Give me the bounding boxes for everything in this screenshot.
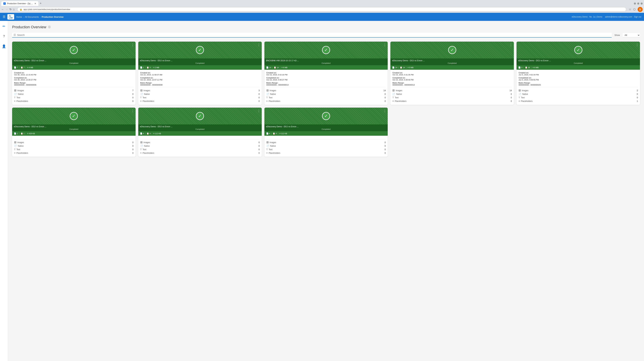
card-stat-docs: 📄 3 [518,66,522,69]
card-check-icon: ✓ [448,46,456,54]
nav-back-button[interactable]: ← [1,8,4,11]
images-icon: 🖼 [14,141,16,144]
placeholders-label: Placeholders [142,100,154,102]
search-container: ☰ [12,33,612,38]
pages-icon: 📋 [20,66,23,69]
card-row-images: 🖼 Images 14 [266,89,386,92]
production-card[interactable]: ✓ ⋮ BNCKBNK-HW 2019-10-15 17-42-... Comp… [264,42,388,105]
show-select[interactable]: All Completed In Progress [622,33,640,38]
card-row-images: 🖼 Images 0 [140,140,260,144]
card-name: eDiscovery Demo - DOJ vs Enron ... [392,60,512,62]
text-icon: T [14,96,16,99]
docs-icon: 📄 [266,66,268,69]
card-name: eDiscovery Demo - DOJ vs Enron ... [266,126,386,128]
card-menu-button[interactable]: ⋮ [131,43,134,47]
images-count: 7 [132,90,134,92]
maximize-button[interactable] [637,2,639,4]
card-row-text: T Text 0 [14,148,134,151]
stat-size-value: 428 KB [29,132,35,134]
card-status: Completed [14,62,134,64]
text-count: 0 [637,96,638,99]
card-bates: Bates Range: 0000000000 - 0000000008 [140,82,260,86]
card-stat-pages: 📋 14 [274,66,279,69]
stat-docs-value: 7 [17,66,18,68]
completed-value: Oct 22, 2019, 12:07:11 PM [140,79,260,81]
production-card[interactable]: ✓ ⋮ eDiscovery Demo - DOJ vs Enron ... C… [12,108,136,157]
extensions-icon[interactable]: ⬡ [633,8,636,11]
text-count: 0 [258,96,260,99]
completed-value: Jun 5, 2019, 4:59:55 PM [518,79,638,81]
card-header: ✓ ⋮ [138,42,262,58]
bates-value: 0000000000 - 0000000008 [140,84,260,86]
production-card[interactable]: ✓ ⋮ eDiscovery Demo - DOJ vs Enron ... C… [390,42,514,105]
card-menu-button[interactable]: ⋮ [257,43,260,47]
card-check-icon: ✓ [322,112,330,120]
card-menu-button[interactable]: ⋮ [383,43,386,47]
bookmark-icon[interactable]: ☆ [629,8,631,11]
stat-pages-value: 14 [403,66,405,68]
sidebar-help-icon[interactable]: ? [2,33,6,40]
card-row-placeholders: ≡ Placeholders 0 [266,99,386,103]
card-header: ✓ ⋮ [390,42,514,58]
bates-label: Bates Range: [518,82,638,84]
card-status: Completed [266,62,386,64]
production-card[interactable]: ✓ ⋮ eDiscovery Demo - DOJ vs Enron ... C… [138,108,262,157]
bates-label: Bates Range: [140,82,260,84]
card-row-images: 🖼 Images 3 [140,89,260,92]
native-icon: 📄 [518,93,521,95]
user-avatar[interactable]: D [638,7,643,12]
nav-home-button[interactable]: ⌂ [13,8,15,11]
placeholders-icon: ≡ [266,100,268,102]
card-menu-button[interactable]: ⋮ [636,43,638,47]
sidebar-edit-icon[interactable]: ✏ [1,23,7,30]
card-name: BNCKBNK-HW 2019-10-15 17-42-... [266,60,386,62]
nav-forward-button[interactable]: → [6,8,8,11]
search-input[interactable] [17,34,610,36]
card-completed: Completed on: Oct 30, 2019, 12:20:37 PM [14,77,134,81]
card-menu-button[interactable]: ⋮ [257,109,260,113]
bates-label: Bates Range: [14,82,134,84]
new-tab-button[interactable]: + [38,1,43,6]
text-label: Text [16,148,20,151]
production-card[interactable]: ✓ ⋮ eDiscovery Demo - DOJ vs Enron ... C… [12,42,136,105]
card-stat-size: ≡ 6 MB [282,66,288,69]
images-label: Images [270,141,276,144]
nav-refresh-button[interactable]: ↻ [10,8,12,11]
hamburger-menu[interactable]: ☰ [3,15,6,19]
cards-grid: ✓ ⋮ eDiscovery Demo - DOJ vs Enron ... C… [12,42,640,157]
card-check-icon: ✓ [196,112,204,120]
card-menu-button[interactable]: ⋮ [510,43,512,47]
close-button[interactable] [641,2,643,4]
minimize-button[interactable] [634,2,636,4]
native-count: 0 [385,93,386,95]
stat-pages-value: 9 [150,66,150,68]
sidebar-user-icon[interactable]: 👤 [0,43,8,50]
production-card[interactable]: ✓ ⋮ eDiscovery Demo - DOJ vs Enron ... C… [264,108,388,157]
card-header: ✓ ⋮ [12,42,136,58]
images-count: 0 [132,141,134,144]
stat-docs-value: 1 [17,132,18,134]
card-status: Completed [392,62,512,64]
production-card[interactable]: ✓ ⋮ eDiscovery Demo - DOJ vs Enron ... C… [138,42,262,105]
card-stats-bar: 📄 4 | 📋 4 | ≡ 112 KB [138,131,262,136]
card-menu-button[interactable]: ⋮ [383,109,386,113]
breadcrumb-all-documents[interactable]: All Documents [25,16,39,18]
breadcrumb-home[interactable]: Home [16,16,22,18]
pages-icon: 📋 [273,132,275,135]
production-card[interactable]: ✓ ⋮ eDiscovery Demo - DOJ vs Enron ... C… [516,42,640,105]
card-stat-docs: 📄 4 [266,132,270,135]
tab-close-button[interactable]: ✕ [34,2,36,5]
text-label: Text [16,96,20,99]
docs-icon: 📄 [140,132,142,135]
card-status: Completed [266,128,386,130]
show-label: Show [614,34,620,36]
page-help-icon[interactable]: ⓪ [48,26,51,29]
placeholders-icon: ≡ [140,100,142,102]
text-count: 0 [385,96,386,99]
card-menu-button[interactable]: ⋮ [131,109,134,113]
card-title-bar: eDiscovery Demo - DOJ vs Enron ... Compl… [390,58,514,65]
text-icon: T [266,96,268,99]
card-check-icon: ✓ [322,46,330,54]
address-bar[interactable]: app.zylab.com/case/ediscovery/production… [24,8,624,10]
card-row-placeholders: ≡ Placeholders 0 [14,99,134,103]
